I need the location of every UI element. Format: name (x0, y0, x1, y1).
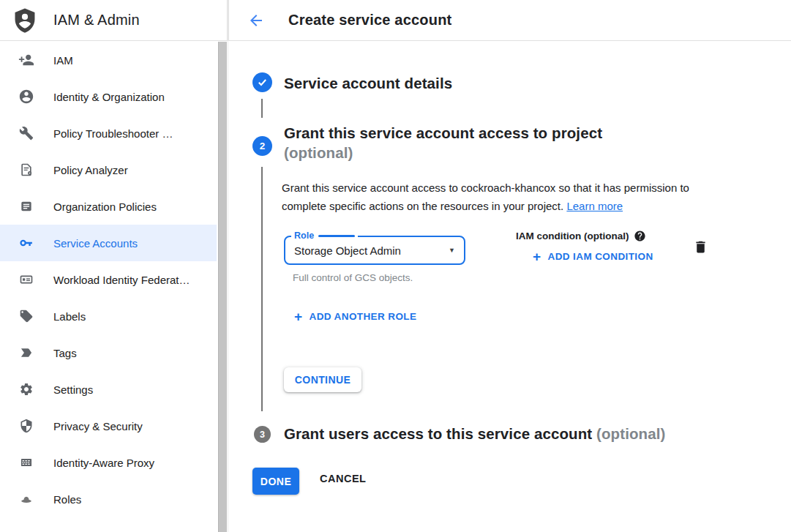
sidebar-item-privacy-security[interactable]: Privacy & Security (0, 408, 217, 444)
sidebar-item-settings[interactable]: Settings (0, 371, 217, 408)
sidebar-item-identity-organization[interactable]: Identity & Organization (0, 78, 217, 115)
add-another-role-button[interactable]: + ADD ANOTHER ROLE (294, 310, 416, 323)
delete-role-button[interactable] (693, 239, 708, 255)
step2-number: 2 (260, 141, 266, 151)
scrollbar-thumb[interactable] (218, 42, 227, 532)
add-iam-condition-button[interactable]: + ADD IAM CONDITION (533, 250, 653, 263)
sidebar: IAM & Admin IAM Identity & Organization … (0, 0, 228, 532)
shield-half-icon (18, 417, 35, 435)
sidebar-item-workload-identity-federation[interactable]: Workload Identity Federat… (0, 261, 217, 298)
sidebar-item-label: Roles (53, 493, 81, 506)
person-add-icon (18, 51, 35, 69)
document-lines-icon (18, 198, 35, 215)
sidebar-item-identity-aware-proxy[interactable]: Identity-Aware Proxy (0, 444, 217, 481)
badge-card-icon (18, 271, 35, 288)
step-connector-line (261, 99, 263, 118)
sidebar-nav: IAM Identity & Organization Policy Troub… (0, 42, 217, 517)
document-gear-icon (18, 161, 35, 179)
trash-icon (693, 239, 708, 255)
step2-number-badge: 2 (252, 136, 272, 156)
app-title: IAM & Admin (53, 12, 140, 29)
plus-icon: + (294, 310, 303, 323)
sidebar-item-label: Organization Policies (53, 201, 157, 213)
sidebar-item-labels[interactable]: Labels (0, 298, 217, 334)
sidebar-item-policy-troubleshooter[interactable]: Policy Troubleshooter … (0, 115, 217, 151)
proxy-grid-icon (18, 454, 35, 471)
role-field-label: Role (291, 231, 358, 241)
gear-icon (18, 381, 35, 398)
sidebar-item-label: Tags (53, 347, 77, 359)
add-iam-condition-label: ADD IAM CONDITION (548, 251, 653, 262)
sidebar-item-iam[interactable]: IAM (0, 42, 217, 78)
step3-number-badge: 3 (254, 426, 271, 443)
add-another-role-label: ADD ANOTHER ROLE (310, 311, 417, 322)
step-connector-line (261, 167, 263, 411)
done-button[interactable]: DONE (252, 468, 299, 495)
step3-optional-label: (optional) (596, 425, 665, 442)
role-selected-value: Storage Object Admin (294, 244, 449, 257)
main-header: Create service account (228, 0, 791, 41)
sidebar-item-label: Identity-Aware Proxy (53, 457, 154, 469)
create-service-account-form: Service account details 2 Grant this ser… (228, 41, 791, 532)
dropdown-caret-icon: ▼ (449, 247, 455, 254)
back-arrow-icon (247, 12, 265, 29)
iam-admin-shield-icon (10, 6, 40, 35)
step1-complete-icon (252, 72, 272, 92)
step3-title: Grant users access to this service accou… (284, 425, 592, 442)
sidebar-item-label: Service Accounts (53, 237, 138, 250)
sidebar-header: IAM & Admin (0, 0, 228, 41)
step2-heading: Grant this service account access to pro… (284, 123, 738, 162)
cancel-button[interactable]: CANCEL (320, 473, 366, 484)
sidebar-item-label: Policy Analyzer (53, 164, 128, 176)
sidebar-scrollbar[interactable] (218, 42, 227, 532)
step3-heading[interactable]: Grant users access to this service accou… (284, 424, 767, 443)
step2-title: Grant this service account access to pro… (284, 123, 738, 143)
page-title: Create service account (288, 12, 451, 29)
checkmark-icon (257, 77, 268, 88)
sidebar-item-organization-policies[interactable]: Organization Policies (0, 188, 217, 225)
label-tag-icon (18, 307, 35, 325)
sidebar-item-service-accounts[interactable]: Service Accounts (0, 225, 217, 261)
step1-heading[interactable]: Service account details (284, 73, 452, 93)
tag-arrow-icon (18, 344, 35, 361)
sidebar-item-label: Privacy & Security (53, 420, 143, 432)
iam-condition-label-row: IAM condition (optional) (516, 230, 646, 242)
step3-number: 3 (260, 430, 265, 440)
continue-button[interactable]: CONTINUE (284, 367, 361, 392)
step2-description-text: Grant this service account access to coc… (282, 181, 689, 212)
sidebar-item-label: Settings (53, 383, 93, 396)
service-account-key-icon (18, 234, 35, 252)
sidebar-item-label: Policy Troubleshooter … (53, 127, 173, 140)
plus-icon: + (533, 250, 541, 263)
sidebar-item-label: Workload Identity Federat… (53, 274, 190, 286)
sidebar-item-label: IAM (53, 54, 73, 67)
learn-more-link[interactable]: Learn more (566, 200, 623, 212)
iam-condition-label: IAM condition (optional) (516, 231, 629, 241)
hat-icon (18, 490, 35, 508)
wrench-icon (18, 124, 35, 142)
role-helper-text: Full control of GCS objects. (293, 272, 413, 283)
sidebar-item-tags[interactable]: Tags (0, 334, 217, 371)
role-dropdown[interactable]: Role Storage Object Admin ▼ (284, 236, 465, 265)
sidebar-item-label: Labels (53, 310, 86, 323)
account-circle-icon (18, 88, 35, 105)
sidebar-item-label: Identity & Organization (53, 91, 165, 103)
step2-description: Grant this service account access to coc… (282, 179, 718, 215)
sidebar-item-roles[interactable]: Roles (0, 481, 217, 517)
step2-optional-label: (optional) (284, 143, 738, 162)
sidebar-item-policy-analyzer[interactable]: Policy Analyzer (0, 151, 217, 188)
help-icon[interactable] (634, 230, 646, 242)
back-button[interactable] (247, 11, 266, 30)
